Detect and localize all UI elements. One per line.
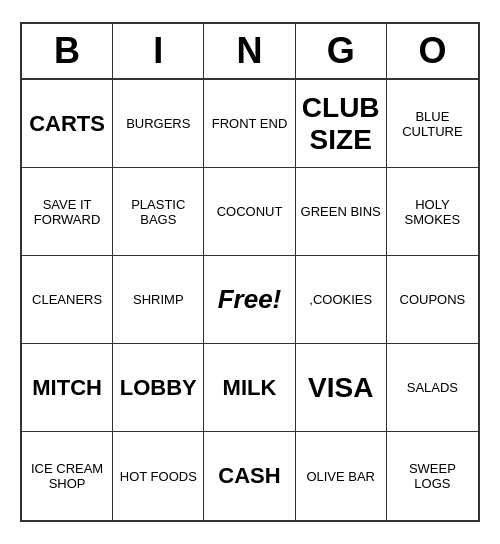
bingo-cell: MILK (204, 344, 295, 432)
bingo-cell: CLUB SIZE (296, 80, 387, 168)
bingo-header: BINGO (22, 24, 478, 80)
bingo-cell: COCONUT (204, 168, 295, 256)
bingo-card: BINGO CARTSBURGERSFRONT ENDCLUB SIZEBLUE… (20, 22, 480, 522)
bingo-grid: CARTSBURGERSFRONT ENDCLUB SIZEBLUE CULTU… (22, 80, 478, 520)
bingo-cell: HOT FOODS (113, 432, 204, 520)
bingo-cell: CARTS (22, 80, 113, 168)
bingo-cell: CLEANERS (22, 256, 113, 344)
bingo-cell: SHRIMP (113, 256, 204, 344)
bingo-cell: LOBBY (113, 344, 204, 432)
header-letter: I (113, 24, 204, 78)
bingo-cell: OLIVE BAR (296, 432, 387, 520)
bingo-cell: SAVE IT FORWARD (22, 168, 113, 256)
bingo-cell: ICE CREAM SHOP (22, 432, 113, 520)
header-letter: B (22, 24, 113, 78)
header-letter: N (204, 24, 295, 78)
bingo-cell: COUPONS (387, 256, 478, 344)
header-letter: O (387, 24, 478, 78)
bingo-cell: GREEN BINS (296, 168, 387, 256)
bingo-cell: FRONT END (204, 80, 295, 168)
bingo-cell: ,COOKIES (296, 256, 387, 344)
bingo-cell: HOLY SMOKES (387, 168, 478, 256)
bingo-cell: PLASTIC BAGS (113, 168, 204, 256)
bingo-cell: VISA (296, 344, 387, 432)
header-letter: G (296, 24, 387, 78)
bingo-cell: SWEEP LOGS (387, 432, 478, 520)
bingo-cell: MITCH (22, 344, 113, 432)
bingo-cell: SALADS (387, 344, 478, 432)
bingo-cell: BLUE CULTURE (387, 80, 478, 168)
bingo-cell: CASH (204, 432, 295, 520)
bingo-cell: BURGERS (113, 80, 204, 168)
bingo-cell: Free! (204, 256, 295, 344)
